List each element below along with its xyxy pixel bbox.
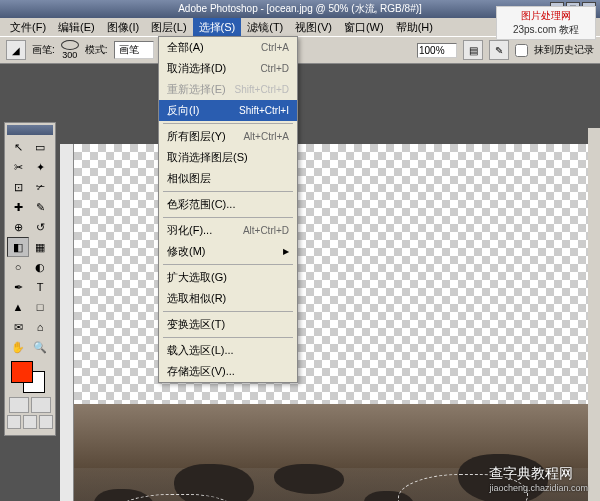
tool-zoom[interactable]: 🔍 — [29, 337, 51, 357]
menu-item-shortcut: Alt+Ctrl+D — [243, 225, 289, 236]
menu-layer[interactable]: 图层(L) — [145, 18, 192, 37]
watermark-top: 图片处理网 23ps.com 教程 — [496, 6, 596, 40]
tool-notes[interactable]: ✉ — [7, 317, 29, 337]
history-label: 抹到历史记录 — [534, 43, 594, 57]
menu-item-label: 载入选区(L)... — [167, 343, 234, 358]
menu-item-shortcut: Shift+Ctrl+D — [235, 84, 289, 95]
tool-hand[interactable]: ✋ — [7, 337, 29, 357]
screen-mode-3[interactable] — [39, 415, 53, 429]
menu-separator — [163, 191, 293, 192]
tool-crop[interactable]: ⊡ — [7, 177, 29, 197]
menu-item[interactable]: 全部(A)Ctrl+A — [159, 37, 297, 58]
menu-file[interactable]: 文件(F) — [4, 18, 52, 37]
menu-select[interactable]: 选择(S) — [193, 18, 242, 37]
tool-path-select[interactable]: ▲ — [7, 297, 29, 317]
menu-window[interactable]: 窗口(W) — [338, 18, 390, 37]
tool-marquee[interactable]: ▭ — [29, 137, 51, 157]
menu-item-label: 选取相似(R) — [167, 291, 226, 306]
brush-preview-icon — [61, 40, 79, 50]
menu-item[interactable]: 载入选区(L)... — [159, 340, 297, 361]
tool-healing[interactable]: ✚ — [7, 197, 29, 217]
menu-separator — [163, 311, 293, 312]
menu-item-label: 取消选择(D) — [167, 61, 226, 76]
menu-item-shortcut: Shift+Ctrl+I — [239, 105, 289, 116]
opt-icon-1[interactable]: ▤ — [463, 40, 483, 60]
tool-blur[interactable]: ○ — [7, 257, 29, 277]
brush-size-value: 300 — [62, 50, 77, 60]
menu-item[interactable]: 修改(M)▶ — [159, 241, 297, 262]
tool-wand[interactable]: ✦ — [29, 157, 51, 177]
tool-lasso[interactable]: ✂ — [7, 157, 29, 177]
workspace — [0, 64, 600, 501]
menu-item[interactable]: 变换选区(T) — [159, 314, 297, 335]
menu-item-shortcut: Ctrl+D — [260, 63, 289, 74]
menu-item[interactable]: 取消选择图层(S) — [159, 147, 297, 168]
watermark-top-line2: 23ps.com 教程 — [499, 23, 593, 37]
tool-move[interactable]: ↖ — [7, 137, 29, 157]
menu-filter[interactable]: 滤镜(T) — [241, 18, 289, 37]
tool-eyedropper[interactable]: ⌂ — [29, 317, 51, 337]
transparent-area — [74, 144, 588, 404]
menu-edit[interactable]: 编辑(E) — [52, 18, 101, 37]
tool-history-brush[interactable]: ↺ — [29, 217, 51, 237]
menu-item[interactable]: 选取相似(R) — [159, 288, 297, 309]
color-swatches — [7, 361, 53, 395]
tool-pen[interactable]: ✒ — [7, 277, 29, 297]
menu-item[interactable]: 羽化(F)...Alt+Ctrl+D — [159, 220, 297, 241]
quick-mask-button[interactable] — [31, 397, 51, 413]
foreground-color[interactable] — [11, 361, 33, 383]
history-checkbox[interactable] — [515, 44, 528, 57]
brush-size-picker[interactable]: 300 — [61, 40, 79, 60]
menu-item-label: 相似图层 — [167, 171, 211, 186]
tool-shape[interactable]: □ — [29, 297, 51, 317]
submenu-arrow-icon: ▶ — [283, 247, 289, 256]
opt-icon-2[interactable]: ✎ — [489, 40, 509, 60]
window-title: Adobe Photoshop - [ocean.jpg @ 50% (水流, … — [178, 2, 422, 16]
tool-gradient[interactable]: ▦ — [29, 237, 51, 257]
menu-item[interactable]: 扩大选取(G) — [159, 267, 297, 288]
menu-item-label: 取消选择图层(S) — [167, 150, 248, 165]
menu-item[interactable]: 存储选区(V)... — [159, 361, 297, 382]
menu-item[interactable]: 取消选择(D)Ctrl+D — [159, 58, 297, 79]
standard-mode-button[interactable] — [9, 397, 29, 413]
menu-item: 重新选择(E)Shift+Ctrl+D — [159, 79, 297, 100]
tool-stamp[interactable]: ⊕ — [7, 217, 29, 237]
ruler-vertical — [60, 144, 74, 501]
menu-image[interactable]: 图像(I) — [101, 18, 145, 37]
options-bar: ◢ 画笔: 300 模式: 画笔 ▤ ✎ 抹到历史记录 — [0, 36, 600, 64]
zoom-input[interactable] — [417, 43, 457, 58]
tool-type[interactable]: T — [29, 277, 51, 297]
menu-item-label: 扩大选取(G) — [167, 270, 227, 285]
brush-label: 画笔: — [32, 43, 55, 57]
menu-item-shortcut: Ctrl+A — [261, 42, 289, 53]
menu-item-label: 存储选区(V)... — [167, 364, 235, 379]
menu-separator — [163, 123, 293, 124]
select-menu-dropdown: 全部(A)Ctrl+A取消选择(D)Ctrl+D重新选择(E)Shift+Ctr… — [158, 36, 298, 383]
menu-help[interactable]: 帮助(H) — [390, 18, 439, 37]
tool-brush[interactable]: ✎ — [29, 197, 51, 217]
menu-item-label: 色彩范围(C)... — [167, 197, 235, 212]
menu-item-label: 全部(A) — [167, 40, 204, 55]
menu-item[interactable]: 相似图层 — [159, 168, 297, 189]
tool-eraser[interactable]: ◧ — [7, 237, 29, 257]
menu-item[interactable]: 反向(I)Shift+Ctrl+I — [159, 100, 297, 121]
toolbox-titlebar[interactable] — [7, 125, 53, 135]
menu-item[interactable]: 色彩范围(C)... — [159, 194, 297, 215]
scrollbar-vertical[interactable] — [588, 128, 600, 501]
menu-separator — [163, 264, 293, 265]
canvas[interactable] — [74, 144, 588, 501]
menu-separator — [163, 337, 293, 338]
screen-mode-row — [7, 415, 53, 433]
menu-view[interactable]: 视图(V) — [289, 18, 338, 37]
menu-item[interactable]: 所有图层(Y)Alt+Ctrl+A — [159, 126, 297, 147]
watermark-top-line1: 图片处理网 — [499, 9, 593, 23]
tool-slice[interactable]: ✃ — [29, 177, 51, 197]
watermark-bottom-main: 查字典教程网 — [489, 465, 573, 481]
screen-mode-2[interactable] — [23, 415, 37, 429]
screen-mode-1[interactable] — [7, 415, 21, 429]
tool-preset-icon[interactable]: ◢ — [6, 40, 26, 60]
mode-select[interactable]: 画笔 — [114, 41, 154, 59]
tool-dodge[interactable]: ◐ — [29, 257, 51, 277]
menu-item-label: 所有图层(Y) — [167, 129, 226, 144]
menu-item-label: 修改(M) — [167, 244, 206, 259]
